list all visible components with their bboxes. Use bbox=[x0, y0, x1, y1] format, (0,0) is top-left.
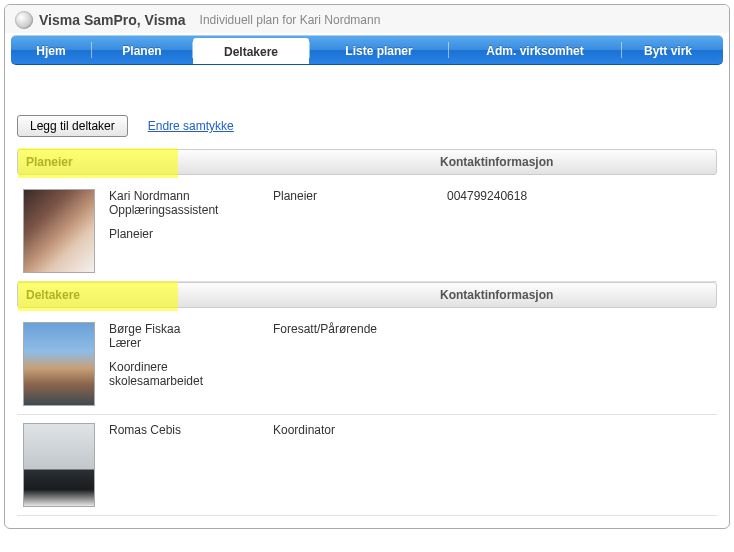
section-title: Deltakere bbox=[18, 288, 436, 302]
participant-contact bbox=[447, 423, 711, 507]
sections-container: PlaneierKontaktinformasjonKari NordmannO… bbox=[17, 149, 717, 516]
toolbar: Legg til deltaker Endre samtykke bbox=[17, 115, 717, 137]
participant-row[interactable]: Kari NordmannOpplæringsassistentPlaneier… bbox=[17, 181, 717, 282]
avatar bbox=[23, 189, 95, 273]
participant-contact: 004799240618 bbox=[447, 189, 711, 273]
app-title: Visma SamPro, Visma bbox=[39, 12, 186, 28]
change-consent-link[interactable]: Endre samtykke bbox=[148, 119, 234, 133]
avatar bbox=[23, 423, 95, 507]
titlebar: Visma SamPro, Visma Individuell plan for… bbox=[5, 5, 729, 33]
section-header: PlaneierKontaktinformasjon bbox=[17, 149, 717, 175]
contact-column-header: Kontaktinformasjon bbox=[436, 288, 716, 302]
participant-contact bbox=[447, 322, 711, 406]
participant-role: Foresatt/Pårørende bbox=[273, 322, 433, 406]
participant-subtitle: Lærer bbox=[109, 336, 259, 350]
section-title: Planeier bbox=[18, 155, 436, 169]
nav-tab-planen[interactable]: Planen bbox=[92, 36, 192, 64]
participant-extra: Planeier bbox=[109, 227, 259, 241]
participant-extra: Koordinere skolesamarbeidet bbox=[109, 360, 259, 388]
participant-name-col: Børge FiskaaLærerKoordinere skolesamarbe… bbox=[109, 322, 259, 406]
avatar bbox=[23, 322, 95, 406]
nav-tab-bytt-virk[interactable]: Bytt virk bbox=[622, 36, 714, 64]
app-logo-icon bbox=[15, 11, 33, 29]
add-participant-button[interactable]: Legg til deltaker bbox=[17, 115, 128, 137]
participant-row[interactable]: Romas CebisKoordinator bbox=[17, 415, 717, 516]
participant-subtitle: Opplæringsassistent bbox=[109, 203, 259, 217]
main-nav: HjemPlanenDeltakereListe planerAdm. virk… bbox=[11, 35, 723, 65]
nav-tab-deltakere[interactable]: Deltakere bbox=[193, 38, 309, 65]
participant-role: Koordinator bbox=[273, 423, 433, 507]
participant-row[interactable]: Børge FiskaaLærerKoordinere skolesamarbe… bbox=[17, 314, 717, 415]
participant-name-col: Kari NordmannOpplæringsassistentPlaneier bbox=[109, 189, 259, 273]
section-header: DeltakereKontaktinformasjon bbox=[17, 282, 717, 308]
participant-name: Kari Nordmann bbox=[109, 189, 259, 203]
nav-tab-hjem[interactable]: Hjem bbox=[11, 36, 91, 64]
content-area: Legg til deltaker Endre samtykke Planeie… bbox=[5, 65, 729, 528]
participant-name: Romas Cebis bbox=[109, 423, 259, 437]
contact-column-header: Kontaktinformasjon bbox=[436, 155, 716, 169]
participant-name-col: Romas Cebis bbox=[109, 423, 259, 507]
nav-tab-adm-virksomhet[interactable]: Adm. virksomhet bbox=[449, 36, 621, 64]
nav-tab-liste-planer[interactable]: Liste planer bbox=[310, 36, 448, 64]
participant-name: Børge Fiskaa bbox=[109, 322, 259, 336]
page-subtitle: Individuell plan for Kari Nordmann bbox=[200, 13, 381, 27]
participant-role: Planeier bbox=[273, 189, 433, 273]
app-window: Visma SamPro, Visma Individuell plan for… bbox=[4, 4, 730, 529]
